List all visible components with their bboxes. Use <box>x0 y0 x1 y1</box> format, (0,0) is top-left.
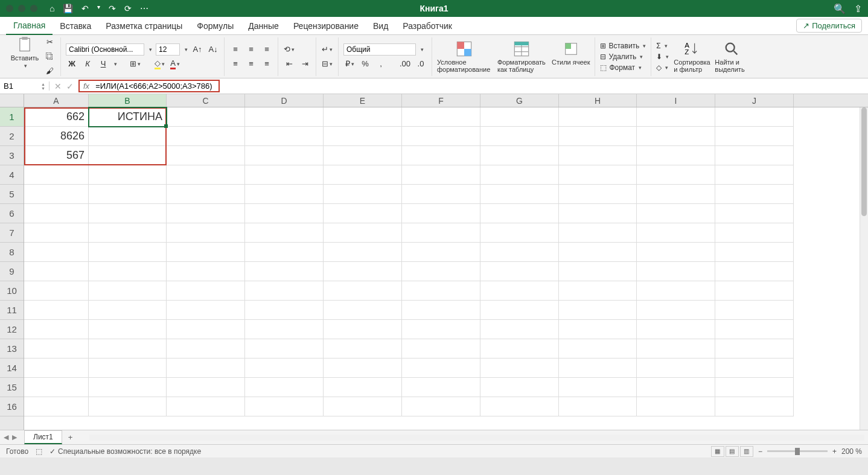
cell[interactable] <box>637 397 715 416</box>
view-page-layout-button[interactable]: ▤ <box>726 446 739 457</box>
cell[interactable] <box>480 397 559 416</box>
cell[interactable] <box>89 165 167 185</box>
row-header[interactable]: 9 <box>0 262 24 281</box>
cell[interactable] <box>167 339 245 359</box>
cell[interactable] <box>715 223 794 243</box>
name-box[interactable]: ▲▼ <box>0 81 49 91</box>
cell[interactable] <box>715 262 794 281</box>
row-header[interactable]: 3 <box>0 146 24 165</box>
cell[interactable] <box>89 262 167 281</box>
paste-button[interactable]: Вставить ▾ <box>10 36 40 69</box>
cell[interactable] <box>559 127 637 146</box>
cell[interactable] <box>715 301 794 320</box>
cell[interactable] <box>89 243 167 262</box>
select-all-corner[interactable] <box>0 94 24 107</box>
cell[interactable] <box>167 204 245 223</box>
row-header[interactable]: 1 <box>0 107 24 127</box>
cell[interactable] <box>715 339 794 359</box>
cell[interactable] <box>24 320 89 339</box>
cell[interactable] <box>637 359 715 378</box>
cell[interactable] <box>324 359 402 378</box>
cell[interactable] <box>637 339 715 359</box>
cell[interactable] <box>24 262 89 281</box>
cell[interactable] <box>167 243 245 262</box>
column-header[interactable]: E <box>324 94 402 107</box>
decrease-font-button[interactable]: A↓ <box>207 43 219 56</box>
row-header[interactable]: 11 <box>0 301 24 320</box>
cell[interactable] <box>402 107 480 127</box>
cell[interactable] <box>24 281 89 301</box>
cells-area[interactable]: 662ИСТИНА8626567 <box>24 107 868 430</box>
cell[interactable] <box>480 185 559 204</box>
formula-input[interactable]: =ИЛИ(A1<666;A2>5000;A3>786) <box>95 81 212 91</box>
cell[interactable] <box>637 204 715 223</box>
cut-button[interactable]: ✂ <box>43 36 56 48</box>
tab-review[interactable]: Рецензирование <box>286 18 366 34</box>
cell[interactable]: ИСТИНА <box>89 107 167 127</box>
cell[interactable] <box>637 262 715 281</box>
conditional-formatting-button[interactable]: Условное форматирование <box>437 40 491 73</box>
cell[interactable] <box>167 223 245 243</box>
cell[interactable] <box>167 165 245 185</box>
cell[interactable] <box>245 359 324 378</box>
cell[interactable] <box>402 165 480 185</box>
horizontal-scrollbar[interactable] <box>89 435 864 441</box>
tab-home[interactable]: Главная <box>6 17 53 35</box>
row-header[interactable]: 7 <box>0 223 24 243</box>
tab-formulas[interactable]: Формулы <box>190 18 241 34</box>
cell[interactable] <box>324 204 402 223</box>
column-header[interactable]: B <box>89 94 167 107</box>
cell[interactable] <box>245 243 324 262</box>
vertical-scrollbar[interactable] <box>860 107 868 430</box>
row-header[interactable]: 14 <box>0 359 24 378</box>
row-header[interactable]: 15 <box>0 378 24 397</box>
cell[interactable] <box>245 281 324 301</box>
cell[interactable] <box>559 301 637 320</box>
cell[interactable] <box>89 281 167 301</box>
cell[interactable] <box>480 320 559 339</box>
add-sheet-button[interactable]: + <box>63 431 78 444</box>
cell[interactable] <box>324 165 402 185</box>
maximize-window-icon[interactable] <box>30 5 37 12</box>
share-icon[interactable]: ⇪ <box>854 3 862 14</box>
cell[interactable] <box>167 397 245 416</box>
row-header[interactable]: 5 <box>0 185 24 204</box>
format-as-table-button[interactable]: Форматировать как таблицу <box>497 40 546 73</box>
cell[interactable] <box>245 339 324 359</box>
cell[interactable] <box>324 107 402 127</box>
column-header[interactable]: C <box>167 94 245 107</box>
cell[interactable] <box>715 397 794 416</box>
cell[interactable] <box>480 359 559 378</box>
cell[interactable] <box>480 223 559 243</box>
cell[interactable] <box>24 185 89 204</box>
bold-button[interactable]: Ж <box>66 58 78 70</box>
cell[interactable] <box>324 339 402 359</box>
zoom-out-button[interactable]: − <box>758 447 762 456</box>
next-sheet-button[interactable]: ▶ <box>12 433 17 441</box>
redo-icon[interactable]: ↷ <box>109 4 116 13</box>
cell[interactable] <box>402 243 480 262</box>
cell[interactable] <box>89 397 167 416</box>
align-right-button[interactable]: ≡ <box>261 58 273 70</box>
cell[interactable] <box>480 165 559 185</box>
cell[interactable] <box>402 397 480 416</box>
cell[interactable] <box>715 165 794 185</box>
cell[interactable] <box>24 301 89 320</box>
zoom-level[interactable]: 200 % <box>841 447 862 456</box>
cell[interactable] <box>402 146 480 165</box>
cell[interactable] <box>480 339 559 359</box>
cell[interactable] <box>89 204 167 223</box>
cell[interactable] <box>715 320 794 339</box>
minimize-window-icon[interactable] <box>18 5 25 12</box>
cell[interactable] <box>324 262 402 281</box>
cell[interactable] <box>559 146 637 165</box>
column-header[interactable]: G <box>480 94 559 107</box>
cell[interactable] <box>402 262 480 281</box>
font-color-button[interactable]: A▾ <box>169 58 181 70</box>
cell[interactable] <box>89 301 167 320</box>
cell[interactable] <box>89 185 167 204</box>
cell[interactable] <box>559 359 637 378</box>
cell[interactable] <box>480 262 559 281</box>
cell[interactable] <box>559 165 637 185</box>
clear-button[interactable]: ◇▾ <box>656 63 669 72</box>
